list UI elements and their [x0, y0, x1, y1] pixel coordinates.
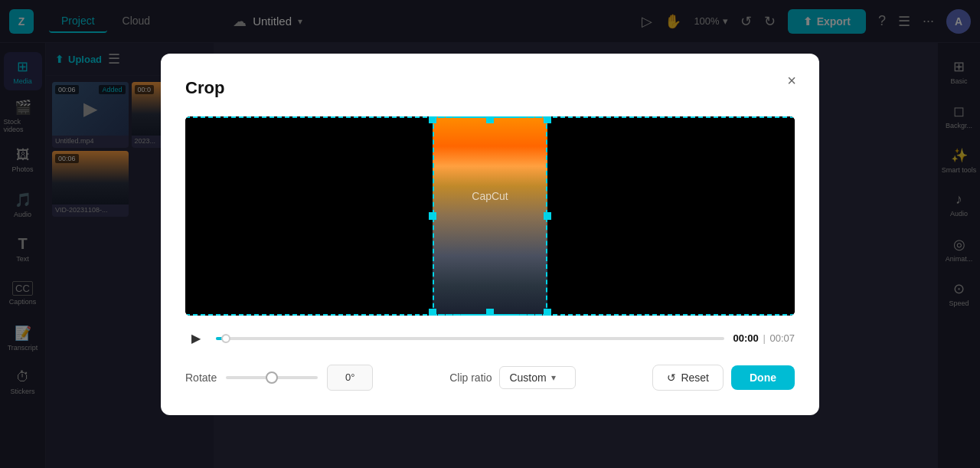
- crop-handle-top-center[interactable]: [486, 116, 494, 123]
- time-separator: |: [763, 332, 765, 344]
- crop-handle-top-left[interactable]: [429, 116, 436, 123]
- clip-ratio-select[interactable]: Custom ▾: [499, 366, 576, 389]
- video-preview: CapCut: [185, 116, 795, 316]
- reset-icon: ↺: [667, 371, 676, 384]
- done-button[interactable]: Done: [731, 365, 795, 390]
- modal-actions: ↺ Reset Done: [652, 365, 795, 391]
- progress-thumb[interactable]: [221, 334, 230, 343]
- modal-overlay: Crop × CapCut ▶: [0, 0, 980, 468]
- crop-handle-bottom-right[interactable]: [544, 309, 551, 316]
- controls-row: Rotate Clip ratio Custom ▾ ↺ Reset: [185, 365, 795, 391]
- modal-title: Crop: [185, 78, 795, 98]
- time-display: 00:00 | 00:07: [733, 332, 795, 344]
- total-time: 00:07: [769, 332, 795, 344]
- crop-handle-top-right[interactable]: [544, 116, 551, 123]
- capcut-watermark: CapCut: [472, 190, 508, 202]
- clip-ratio-label: Clip ratio: [449, 371, 492, 384]
- crop-handle-right-middle[interactable]: [544, 212, 551, 220]
- rotate-slider-thumb[interactable]: [266, 371, 278, 384]
- rotate-control: Rotate: [185, 365, 373, 391]
- current-time: 00:00: [733, 332, 759, 344]
- video-black-left: [185, 116, 433, 316]
- modal-close-button[interactable]: ×: [779, 69, 804, 93]
- video-content: [433, 116, 547, 316]
- crop-handle-bottom-center[interactable]: [486, 309, 494, 316]
- rotate-label: Rotate: [185, 371, 217, 384]
- rotate-slider[interactable]: [226, 376, 318, 379]
- clip-ratio-control: Clip ratio Custom ▾: [449, 366, 576, 389]
- reset-button[interactable]: ↺ Reset: [652, 365, 724, 391]
- play-button[interactable]: ▶: [185, 328, 207, 349]
- rotate-input[interactable]: [327, 365, 373, 391]
- clip-ratio-chevron-icon: ▾: [551, 372, 556, 383]
- video-black-right: [547, 116, 795, 316]
- crop-modal: Crop × CapCut ▶: [161, 54, 819, 415]
- playback-bar: ▶ 00:00 | 00:07: [185, 328, 795, 349]
- crop-handle-bottom-left[interactable]: [429, 309, 436, 316]
- crop-handle-left-middle[interactable]: [429, 212, 436, 220]
- clip-ratio-value: Custom: [509, 371, 546, 384]
- progress-track[interactable]: [216, 337, 724, 340]
